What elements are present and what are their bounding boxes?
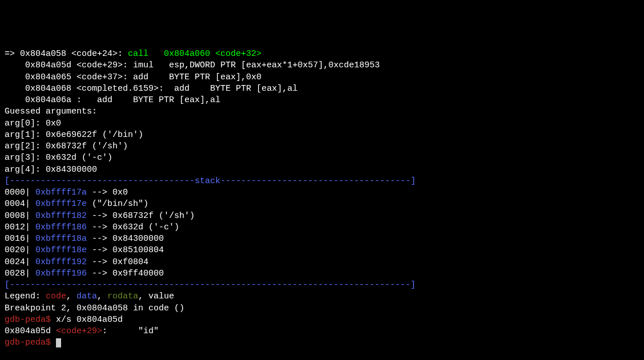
legend: Legend: code, data, rodata, value: [5, 291, 639, 302]
breakpoint-msg: Breakpoint 2, 0x0804a058 in code (): [5, 303, 639, 314]
prompt-line[interactable]: gdb-peda$: [5, 337, 639, 349]
arg-line: arg[3]: 0x632d ('-c'): [5, 152, 639, 164]
disasm-line: 0x804a05d <code+29>: imul esp,DWORD PTR …: [5, 60, 639, 71]
stack-line: 0020| 0xbffff18e --> 0x85100804: [5, 245, 639, 256]
prompt-line[interactable]: gdb-peda$ x/s 0x804a05d: [5, 314, 639, 326]
stack-line: 0016| 0xbffff18a --> 0x84300000: [5, 233, 639, 245]
disasm-line: 0x804a065 <code+37>: add BYTE PTR [eax],…: [5, 72, 639, 83]
stack-divider: [------------------------------------sta…: [5, 176, 639, 187]
stack-line: 0028| 0xbffff196 --> 0x9ff40000: [5, 268, 639, 280]
guessed-args-heading: Guessed arguments:: [5, 106, 639, 118]
disasm-line: => 0x804a058 <code+24>: call 0x804a060 <…: [5, 48, 639, 60]
stack-line: 0012| 0xbffff186 --> 0x632d ('-c'): [5, 222, 639, 233]
arg-line: arg[2]: 0x68732f ('/sh'): [5, 141, 639, 152]
arg-line: arg[4]: 0x84300000: [5, 164, 639, 176]
bottom-divider: [---------------------------------------…: [5, 280, 639, 291]
stack-line: 0000| 0xbffff17a --> 0x0: [5, 187, 639, 199]
xs-result: 0x804a05d <code+29>: "id": [5, 326, 639, 337]
disasm-line: 0x804a068 <completed.6159>: add BYTE PTR…: [5, 83, 639, 95]
arg-line: arg[0]: 0x0: [5, 118, 639, 130]
arg-line: arg[1]: 0x6e69622f ('/bin'): [5, 130, 639, 141]
cursor-icon: [56, 338, 61, 347]
stack-line: 0024| 0xbffff192 --> 0xf0804: [5, 257, 639, 268]
disasm-line: 0x804a06a : add BYTE PTR [eax],al: [5, 95, 639, 106]
stack-line: 0008| 0xbffff182 --> 0x68732f ('/sh'): [5, 211, 639, 222]
stack-line: 0004| 0xbffff17e ("/bin/sh"): [5, 199, 639, 210]
